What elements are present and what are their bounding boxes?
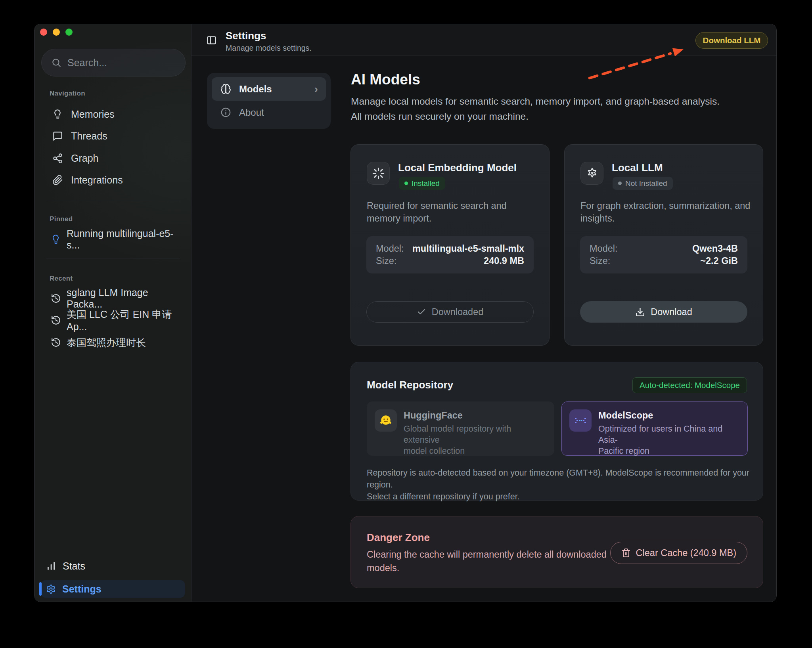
section-label-pinned: Pinned — [50, 215, 73, 223]
trash-icon — [621, 548, 631, 558]
tab-label: Models — [239, 84, 272, 95]
section-heading: AI Models — [351, 71, 420, 88]
card-title: Local LLM — [612, 162, 663, 174]
chevron-right-icon: › — [314, 84, 318, 95]
model-repository-panel: Model Repository Auto-detected: ModelSco… — [350, 362, 763, 501]
lightbulb-icon — [51, 234, 61, 245]
desktop-background: Navigation Memories Threads Graph — [0, 0, 812, 648]
sidebar-item-graph[interactable]: Graph — [41, 147, 185, 169]
zoom-window-button[interactable] — [65, 29, 73, 36]
download-icon — [635, 307, 645, 317]
option-text: ModelScope Optimized for users in China … — [598, 409, 740, 457]
card-description: For graph extraction, summarization, and… — [580, 199, 750, 225]
option-text: HuggingFace Global model repository with… — [404, 409, 546, 457]
danger-zone-panel: Danger Zone Clearing the cache will perm… — [350, 516, 763, 588]
option-name: HuggingFace — [404, 410, 546, 421]
sidebar-item-recent-1[interactable]: sglang LLM Image Packa... — [41, 288, 185, 309]
size-row: Size: 240.9 MB — [376, 256, 524, 266]
bar-chart-icon — [46, 561, 56, 571]
description-line: All models run securely on your machine. — [351, 109, 720, 124]
sidebar-divider — [46, 258, 180, 258]
tab-label: About — [239, 107, 264, 118]
download-button[interactable]: Download — [580, 301, 747, 323]
sidebar-item-recent-2[interactable]: 美国 LLC 公司 EIN 申请 Ap... — [41, 310, 185, 331]
repository-option-huggingface[interactable]: HuggingFace Global model repository with… — [367, 401, 554, 456]
history-icon — [51, 337, 61, 348]
sidebar-item-settings[interactable]: Settings — [41, 580, 185, 598]
danger-zone-title: Danger Zone — [367, 531, 430, 544]
size-row: Size: ~2.2 GiB — [590, 256, 738, 266]
search-box — [41, 49, 186, 76]
auto-detected-badge: Auto-detected: ModelScope — [632, 377, 747, 393]
section-label-navigation: Navigation — [50, 90, 85, 97]
search-input[interactable] — [67, 57, 185, 69]
status-dot — [404, 182, 408, 185]
model-info-box: Model: Qwen3-4B Size: ~2.2 GiB — [580, 236, 747, 273]
download-llm-button[interactable]: Download LLM — [695, 32, 768, 49]
close-window-button[interactable] — [40, 29, 47, 36]
status-dot — [618, 182, 622, 185]
option-name: ModelScope — [598, 410, 740, 421]
sidebar-divider — [46, 200, 180, 200]
card-title: Local Embedding Model — [398, 162, 517, 174]
sidebar-toggle-icon[interactable] — [206, 35, 217, 46]
page-header: Settings Manage models settings. Downloa… — [192, 24, 776, 56]
main-panel: Settings Manage models settings. Downloa… — [192, 24, 776, 602]
status-badge: Installed — [399, 177, 445, 190]
brain-icon — [220, 84, 231, 94]
option-description: Optimized for users in China and Asia- P… — [598, 423, 740, 457]
sidebar-item-label: Threads — [71, 130, 107, 142]
app-window: Navigation Memories Threads Graph — [34, 24, 777, 602]
paperclip-icon — [52, 175, 63, 185]
repository-note: Repository is auto-detected based on you… — [367, 467, 763, 503]
active-item-accent-bar — [39, 582, 42, 596]
huggingface-logo-icon — [375, 409, 397, 432]
section-label-recent: Recent — [50, 275, 73, 283]
sidebar-item-integrations[interactable]: Integrations — [41, 169, 185, 191]
sidebar-item-memories[interactable]: Memories — [41, 103, 185, 125]
sidebar-item-label: Stats — [63, 560, 85, 572]
check-icon — [417, 307, 426, 317]
embedding-model-card: Local Embedding Model Installed Required… — [350, 144, 550, 346]
message-square-icon — [52, 131, 63, 141]
history-icon — [51, 315, 61, 325]
repository-option-modelscope[interactable]: ModelScope Optimized for users in China … — [561, 401, 748, 456]
tab-about[interactable]: About — [212, 101, 326, 124]
info-icon — [220, 107, 231, 118]
clear-cache-button[interactable]: Clear Cache (240.9 MB) — [610, 542, 747, 564]
model-row: Model: Qwen3-4B — [590, 243, 738, 254]
model-row: Model: multilingual-e5-small-mlx — [376, 243, 524, 254]
sidebar-item-recent-3[interactable]: 泰国驾照办理时长 — [41, 332, 185, 353]
option-description: Global model repository with extensive m… — [404, 423, 546, 457]
lightbulb-icon — [52, 109, 63, 120]
qwen-logo-icon — [580, 162, 603, 185]
page-subtitle: Manage models settings. — [226, 44, 312, 53]
model-name-value: multilingual-e5-small-mlx — [412, 243, 524, 254]
settings-tab-list: Models › About — [207, 73, 331, 129]
model-info-box: Model: multilingual-e5-small-mlx Size: 2… — [366, 236, 534, 273]
sidebar-item-label: Settings — [62, 583, 102, 595]
downloaded-button[interactable]: Downloaded — [366, 301, 534, 323]
sidebar: Navigation Memories Threads Graph — [34, 24, 192, 602]
sidebar-item-stats[interactable]: Stats — [41, 555, 185, 577]
description-line: Manage local models for semantic search,… — [351, 94, 720, 109]
sidebar-item-threads[interactable]: Threads — [41, 125, 185, 147]
minimize-window-button[interactable] — [53, 29, 60, 36]
sidebar-item-label: Memories — [71, 109, 115, 120]
model-size-value: ~2.2 GiB — [700, 256, 738, 266]
model-name-value: Qwen3-4B — [692, 243, 738, 254]
search-icon — [51, 57, 61, 68]
tab-models[interactable]: Models › — [212, 77, 326, 101]
sidebar-item-pinned-thread[interactable]: Running multilingual-e5-s... — [41, 229, 185, 250]
history-icon — [51, 293, 61, 304]
section-description: Manage local models for semantic search,… — [351, 94, 720, 124]
status-badge: Not Installed — [613, 177, 673, 190]
sidebar-item-label: Graph — [71, 153, 98, 164]
recent-item-label: sglang LLM Image Packa... — [67, 287, 185, 310]
page-title: Settings — [226, 30, 266, 42]
sidebar-item-label: Integrations — [71, 174, 123, 186]
share-network-icon — [52, 153, 63, 164]
gear-icon — [46, 584, 56, 594]
recent-item-label: 泰国驾照办理时长 — [67, 336, 146, 349]
model-size-value: 240.9 MB — [484, 256, 524, 266]
